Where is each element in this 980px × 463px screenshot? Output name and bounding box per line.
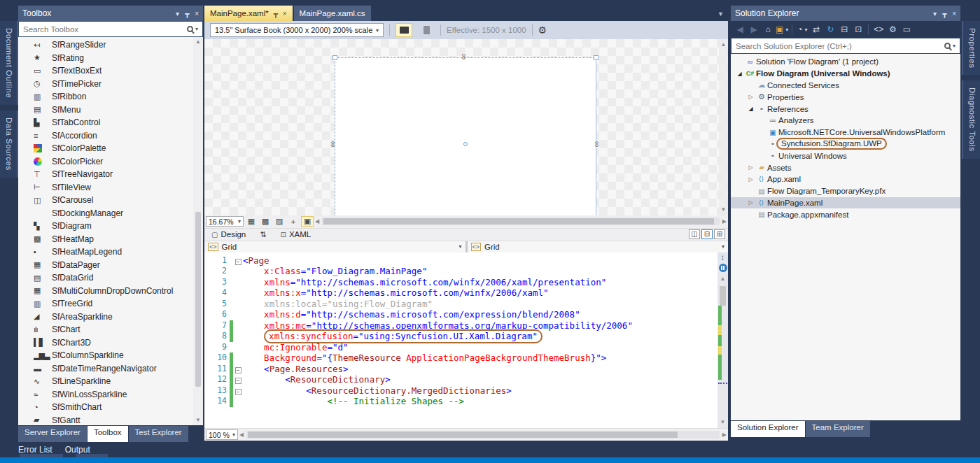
scroll-down-icon[interactable]: ▼ xyxy=(721,205,727,215)
tree-item[interactable]: ☁Connected Services xyxy=(731,80,960,92)
code-area[interactable]: 1−<Page2 x:Class="Flow_Diagram.MainPage"… xyxy=(204,252,718,429)
toolbox-item[interactable]: SfDockingManager xyxy=(18,207,193,220)
scrollbar-thumb[interactable] xyxy=(720,286,726,306)
scroll-right-icon[interactable]: ▶ xyxy=(722,430,727,440)
zoom-fit-selection-icon[interactable]: ▣ xyxy=(301,216,314,227)
rail-tab-data-sources[interactable]: Data Sources xyxy=(0,111,18,178)
selection-handle[interactable] xyxy=(594,55,598,60)
fold-margin[interactable]: − xyxy=(233,374,243,385)
anchor-icon[interactable]: ∞ xyxy=(330,141,337,148)
toolbox-item[interactable]: ▤SfMenu xyxy=(18,104,193,117)
rail-tab-document-outline[interactable]: Document Outline xyxy=(0,21,18,105)
chevron-down-icon[interactable]: ▾ xyxy=(195,26,198,32)
tree-item[interactable]: ▤Package.appxmanifest xyxy=(731,208,960,220)
code-line[interactable]: 4 xmlns:x="http://schemas.microsoft.com/… xyxy=(204,287,718,299)
code-line[interactable]: 12− <ResourceDictionary> xyxy=(204,374,718,385)
tab-test-explorer[interactable]: Test Explorer xyxy=(129,426,188,442)
scroll-down-icon[interactable]: ▼ xyxy=(720,418,726,427)
code-line[interactable]: 3 xmlns="http://schemas.microsoft.com/wi… xyxy=(204,277,718,288)
scrollbar-options-icon[interactable] xyxy=(719,264,727,272)
designer-settings-gear-icon[interactable]: ⚙ xyxy=(538,24,547,36)
collapse-icon[interactable]: − xyxy=(235,367,241,373)
home-icon[interactable]: ⌂ xyxy=(762,23,774,36)
solution-explorer-search-input[interactable] xyxy=(736,42,944,50)
toolbox-item[interactable]: ▥SfTreeGrid xyxy=(18,297,193,311)
toolbox-item[interactable]: ▚SfDiagram xyxy=(18,220,193,233)
toolbox-item[interactable]: ▦SfMultiColumnDropDownControl xyxy=(18,285,193,298)
toolbox-item[interactable]: ◷SfTimePicker xyxy=(18,78,193,91)
tree-item[interactable]: ▪▪Syncfusion.SfDiagram.UWP xyxy=(731,138,960,150)
document-well-dropdown-icon[interactable]: ▼ xyxy=(718,10,724,17)
window-position-icon[interactable]: ▾ xyxy=(176,10,179,17)
artboard[interactable]: ∞ ∞ ∞ ∞ xyxy=(335,57,596,215)
preview-selected-items-icon[interactable]: ▭ xyxy=(900,23,913,36)
toolbox-item[interactable]: ▦SfDataPager xyxy=(18,259,193,272)
editor-zoom-select[interactable]: 100 % ▾ xyxy=(206,429,238,440)
scroll-up-icon[interactable]: ▲ xyxy=(721,40,727,50)
close-icon[interactable]: × xyxy=(283,10,287,17)
tree-item[interactable]: ▪▪Universal Windows xyxy=(731,150,960,162)
toolbox-item[interactable]: ▂▆▃SfColumnSparkline xyxy=(18,349,193,362)
toolbox-item[interactable]: ▩SfHeatMap xyxy=(18,233,193,246)
tree-item[interactable]: ▷⟨⟩App.xaml xyxy=(731,173,960,185)
rail-tab-diagnostic-tools[interactable]: Diagnostic Tools xyxy=(962,80,980,159)
doc-tab-mainpagexamlcs[interactable]: MainPage.xaml.cs xyxy=(294,6,371,21)
editor-horizontal-scrollbar[interactable] xyxy=(246,431,720,439)
pending-changes-filter-icon[interactable]: ◔▾ xyxy=(796,23,808,36)
scroll-left-icon[interactable]: ◀ xyxy=(239,430,244,440)
tab-xaml[interactable]: ⊡ XAML xyxy=(273,229,318,241)
toolbox-item[interactable]: ▭SfTextBoxExt xyxy=(18,64,193,78)
close-icon[interactable]: × xyxy=(195,10,199,17)
toolbox-item[interactable]: ılıSfChart xyxy=(18,323,193,336)
rail-tab-properties[interactable]: Properties xyxy=(962,21,980,75)
pin-icon[interactable]: ┳ xyxy=(185,10,189,17)
toolbox-search-input[interactable] xyxy=(23,25,187,34)
code-line[interactable]: 14 <!-- Initialize Shapes --> xyxy=(204,396,718,407)
scrollbar-thumb[interactable] xyxy=(323,218,714,225)
view-code-icon[interactable]: <> xyxy=(872,23,885,36)
vertical-split-icon[interactable]: ◫ xyxy=(689,229,700,239)
toolbox-item[interactable]: ≈SfWinLossSparkline xyxy=(18,388,193,401)
artboard-background-icon[interactable]: ▨ xyxy=(273,216,286,227)
close-icon[interactable]: × xyxy=(952,10,956,17)
code-line[interactable]: 13− <ResourceDictionary.MergedDictionari… xyxy=(204,385,718,397)
toolbox-item[interactable]: ≡SfAccordion xyxy=(18,129,193,143)
toolbox-item[interactable]: ◔SfSmithChart xyxy=(18,401,193,414)
code-line[interactable]: 6 xmlns:d="http://schemas.microsoft.com/… xyxy=(204,309,718,320)
anchor-icon[interactable]: ∞ xyxy=(594,141,601,148)
sync-with-active-document-icon[interactable]: ⇄ xyxy=(810,23,822,36)
chevron-down-icon[interactable]: ▾ xyxy=(722,243,724,250)
collapse-icon[interactable]: − xyxy=(235,378,241,384)
show-all-files-icon[interactable]: ⊡ xyxy=(852,23,864,36)
collapse-icon[interactable]: − xyxy=(235,389,241,395)
expander-closed-icon[interactable]: ▷ xyxy=(746,94,755,100)
toolbox-item[interactable]: ⊤SfTreeNavigator xyxy=(18,168,193,181)
tree-item[interactable]: ◢▪▪References xyxy=(731,103,960,115)
device-selector[interactable]: 13.5" Surface Book (3000 x 2000) 200% sc… xyxy=(210,23,384,37)
toolbox-item[interactable]: ▰SfGantt xyxy=(18,414,193,426)
toolbox-item[interactable]: ↤SfRangeSlider xyxy=(18,38,193,52)
scroll-left-icon[interactable]: ◀ xyxy=(315,217,319,227)
design-surface[interactable]: ∞ ∞ ∞ ∞ ▲ ▼ xyxy=(204,39,728,215)
pin-icon[interactable]: ┳ xyxy=(274,10,278,17)
collapse-icon[interactable]: − xyxy=(235,259,241,265)
refresh-icon[interactable]: ↻ xyxy=(824,23,836,36)
toolbox-item[interactable]: ▙SfTabControl xyxy=(18,116,193,129)
expander-closed-icon[interactable]: ▷ xyxy=(746,199,755,206)
breadcrumb-left[interactable]: <> Grid ▾ xyxy=(204,241,468,252)
scrollbar-thumb[interactable] xyxy=(248,432,678,438)
toolbox-item[interactable]: ◫SfCarousel xyxy=(18,194,193,207)
code-line[interactable]: 8 xmlns:syncfusion="using:Syncfusion.UI.… xyxy=(204,331,718,342)
tab-toolbox[interactable]: Toolbox xyxy=(88,426,128,442)
tab-server-explorer[interactable]: Server Explorer xyxy=(18,426,87,442)
code-line[interactable]: 2 x:Class="Flow_Diagram.MainPage" xyxy=(204,266,718,277)
design-vertical-scrollbar[interactable]: ▲ ▼ xyxy=(719,39,728,215)
doc-tab-mainpagexaml[interactable]: MainPage.xaml*┳× xyxy=(204,6,293,21)
tab-solution-explorer[interactable]: Solution Explorer xyxy=(731,421,805,437)
landscape-orientation-button[interactable] xyxy=(396,23,412,37)
selection-handle[interactable] xyxy=(332,55,337,60)
back-icon[interactable]: ◀ xyxy=(734,23,746,36)
editor-splitter-grip[interactable]: ↨ xyxy=(718,252,728,262)
show-grid-icon[interactable]: ▦ xyxy=(245,216,258,227)
tree-item[interactable]: ▣Microsoft.NETCore.UniversalWindowsPlatf… xyxy=(731,127,960,138)
